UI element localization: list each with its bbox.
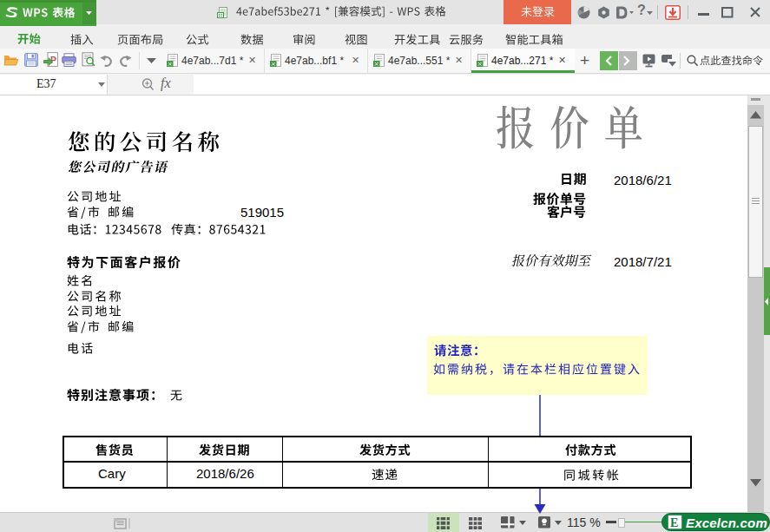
svg-text:E: E: [670, 516, 678, 529]
